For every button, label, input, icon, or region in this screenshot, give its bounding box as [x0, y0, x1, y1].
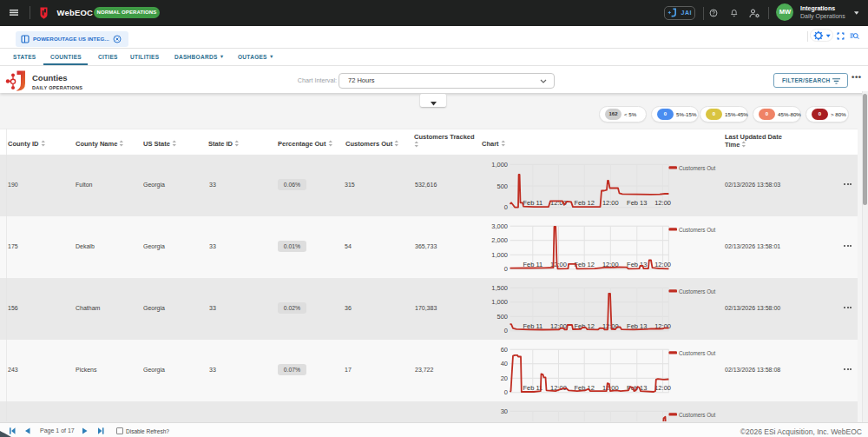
- svg-text:Feb 13: Feb 13: [627, 199, 647, 207]
- svg-text:20: 20: [501, 374, 508, 382]
- svg-text:Feb 11: Feb 11: [523, 261, 542, 268]
- svg-text:0: 0: [504, 265, 508, 273]
- svg-text:12:00: 12:00: [654, 384, 671, 392]
- svg-text:500: 500: [496, 182, 508, 190]
- svg-text:60: 60: [501, 346, 508, 354]
- svg-text:Customers Out: Customers Out: [679, 165, 716, 171]
- svg-text:Customers Out: Customers Out: [679, 350, 716, 356]
- svg-text:Customers Out: Customers Out: [679, 227, 716, 233]
- svg-text:Feb 11: Feb 11: [523, 199, 542, 207]
- svg-text:500: 500: [496, 313, 508, 321]
- svg-text:30: 30: [501, 407, 508, 415]
- svg-text:Customers Out: Customers Out: [679, 412, 716, 418]
- svg-text:12:00: 12:00: [654, 261, 671, 268]
- svg-text:Feb 12: Feb 12: [575, 261, 595, 268]
- svg-text:12:00: 12:00: [654, 199, 671, 207]
- svg-text:1,000: 1,000: [491, 251, 508, 259]
- svg-text:Feb 13: Feb 13: [627, 261, 647, 268]
- svg-text:1,000: 1,000: [491, 298, 508, 306]
- svg-text:1,000: 1,000: [491, 161, 508, 169]
- svg-text:12:00: 12:00: [602, 199, 619, 207]
- svg-text:1,500: 1,500: [491, 284, 508, 292]
- svg-text:Feb 11: Feb 11: [523, 322, 542, 330]
- svg-text:0: 0: [504, 203, 508, 211]
- svg-text:Feb 11: Feb 11: [523, 384, 542, 392]
- svg-text:Customers Out: Customers Out: [679, 288, 716, 295]
- svg-text:Feb 12: Feb 12: [575, 199, 595, 207]
- svg-text:3,000: 3,000: [491, 222, 508, 230]
- svg-text:0: 0: [504, 388, 508, 396]
- svg-text:40: 40: [501, 360, 508, 367]
- svg-text:0: 0: [504, 327, 508, 334]
- svg-text:2,000: 2,000: [491, 236, 508, 244]
